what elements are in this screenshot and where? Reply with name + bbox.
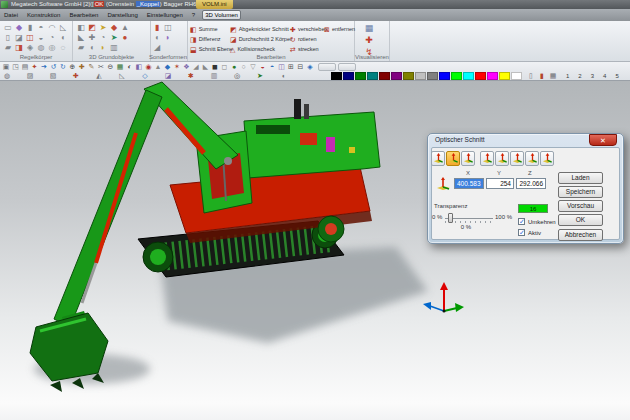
primitive-shape-icon[interactable]: ▰ xyxy=(3,43,13,52)
primitive-shape-icon[interactable]: ◪ xyxy=(14,33,24,42)
section-plane-icon[interactable] xyxy=(540,151,554,166)
toolbar-icon[interactable]: ➤ xyxy=(256,72,264,80)
toolbar-icon[interactable]: ◈ xyxy=(306,63,314,71)
palette-color-swatch[interactable] xyxy=(379,72,390,80)
palette-color-swatch[interactable] xyxy=(391,72,402,80)
file-tab[interactable]: VOLM.ini xyxy=(196,0,233,9)
toolbar-icon[interactable]: ✂ xyxy=(97,63,105,71)
palette-color-swatch[interactable] xyxy=(367,72,378,80)
axis-triad-small-icon[interactable] xyxy=(436,177,451,191)
toolbar-icon[interactable]: ◼ xyxy=(211,63,219,71)
pen-number[interactable]: 4 xyxy=(603,73,606,79)
primitive-shape-icon[interactable]: ◆ xyxy=(14,23,24,32)
primitive-shape-icon[interactable]: ◔ xyxy=(47,33,57,42)
menu-item[interactable]: Datei xyxy=(2,11,20,19)
vorschau-button[interactable]: Vorschau xyxy=(558,200,603,212)
toolbar-icon[interactable]: ▧ xyxy=(49,72,57,80)
ribbon-command[interactable]: ⊠entfernen xyxy=(324,24,355,34)
palette-color-swatch[interactable] xyxy=(403,72,414,80)
toolbar-icon[interactable]: ✚ xyxy=(72,72,80,80)
toolbar-icon[interactable]: ◖ xyxy=(279,72,287,80)
palette-color-swatch[interactable] xyxy=(439,72,450,80)
toolbar-icon[interactable]: ▣ xyxy=(2,63,10,71)
toolbar-icon[interactable]: ◒ xyxy=(259,63,267,71)
palette-color-swatch[interactable] xyxy=(415,72,426,80)
toolbar-icon[interactable]: ◣ xyxy=(202,63,210,71)
toolbar-icon[interactable]: ✦ xyxy=(31,63,39,71)
base-object-icon[interactable]: ◗ xyxy=(98,43,108,52)
toolbar-icon[interactable]: ◻ xyxy=(221,63,229,71)
primitive-shape-icon[interactable]: ◺ xyxy=(58,23,68,32)
primitive-shape-icon[interactable]: ▮ xyxy=(25,23,35,32)
toolbar-icon[interactable]: ➔ xyxy=(40,63,48,71)
umkehren-checkbox[interactable]: ✓ Umkehren xyxy=(518,218,556,225)
toolbar-icon[interactable]: ⊕ xyxy=(69,63,77,71)
palette-color-swatch[interactable] xyxy=(343,72,354,80)
x-coordinate-field[interactable]: 400.583 xyxy=(454,178,484,189)
toolbar-icon[interactable]: ● xyxy=(230,63,238,71)
palette-color-swatch[interactable] xyxy=(499,72,510,80)
toolbar-icon[interactable]: ✎ xyxy=(88,63,96,71)
transparenz-slider-handle[interactable] xyxy=(448,213,453,223)
aktiv-checkbox[interactable]: ✓ Aktiv xyxy=(518,229,541,236)
z-coordinate-field[interactable]: 292.066 xyxy=(516,178,546,189)
toolbar-icon[interactable]: ✚ xyxy=(78,63,86,71)
toolbar-icon[interactable]: ◎ xyxy=(233,72,241,80)
toolbar-icon[interactable]: ↺ xyxy=(50,63,58,71)
pen-number[interactable]: 2 xyxy=(578,73,581,79)
base-object-icon[interactable]: ◩ xyxy=(87,23,97,32)
primitive-shape-icon[interactable]: ◒ xyxy=(36,33,46,42)
palette-color-swatch[interactable] xyxy=(427,72,438,80)
section-plane-icon[interactable] xyxy=(480,151,494,166)
toolbar-icon[interactable]: ⊞ xyxy=(287,63,295,71)
section-color-badge[interactable]: 16 xyxy=(518,204,548,213)
section-plane-icon[interactable] xyxy=(525,151,539,166)
ribbon-command[interactable]: ✚verschieben xyxy=(290,24,328,34)
ribbon-command[interactable]: ⇄strecken xyxy=(290,44,328,54)
toolbar-icon[interactable]: ◉ xyxy=(145,63,153,71)
ribbon-command[interactable]: ◪Durchschnitt 2 Körper xyxy=(230,34,292,44)
laden-button[interactable]: Laden xyxy=(558,172,603,184)
toolbar-icon[interactable]: ▨ xyxy=(26,72,34,80)
toolbar-icon[interactable]: ◧ xyxy=(135,63,143,71)
pen-number[interactable]: 1 xyxy=(566,73,569,79)
base-object-icon[interactable]: ▥ xyxy=(109,43,119,52)
pen-number[interactable]: 5 xyxy=(615,73,618,79)
section-plane-icon[interactable] xyxy=(495,151,509,166)
primitive-shape-icon[interactable]: ◈ xyxy=(25,43,35,52)
pen-number[interactable]: 3 xyxy=(591,73,594,79)
toolbar-icon[interactable]: ✶ xyxy=(173,63,181,71)
viewport-3d[interactable]: Optischer Schnitt ✕ xyxy=(0,81,630,420)
special-form-icon[interactable]: ◖ xyxy=(152,33,162,42)
toolbar-icon[interactable]: ◳ xyxy=(12,63,20,71)
primitive-shape-icon[interactable]: ◖ xyxy=(58,33,68,42)
toolbar-icon[interactable]: ◪ xyxy=(164,72,172,80)
special-form-icon[interactable]: ◗ xyxy=(163,33,173,42)
palette-color-swatch[interactable] xyxy=(475,72,486,80)
palette-color-swatch[interactable] xyxy=(487,72,498,80)
toolbar-icon[interactable]: ◍ xyxy=(3,72,11,80)
primitive-shape-icon[interactable]: ◨ xyxy=(14,43,24,52)
toolbar-icon[interactable]: ⊖ xyxy=(107,63,115,71)
layer-tool-icon[interactable]: ▮ xyxy=(538,72,546,80)
section-plane-icon[interactable] xyxy=(446,151,460,166)
section-plane-icon[interactable] xyxy=(510,151,524,166)
primitive-shape-icon[interactable]: ◠ xyxy=(47,23,57,32)
menu-item[interactable]: Bearbeiten xyxy=(67,11,100,19)
toolbar-icon[interactable]: ▤ xyxy=(21,63,29,71)
layer-tool-icon[interactable]: ▦ xyxy=(549,72,557,80)
menu-item[interactable]: 3D Volumen xyxy=(202,10,241,20)
ribbon-command[interactable]: ↻rotieren xyxy=(290,34,328,44)
visualize-icon[interactable]: ✚ xyxy=(363,35,375,45)
toolbar-icon[interactable]: ▽ xyxy=(249,63,257,71)
menu-item[interactable]: Konstruktion xyxy=(25,11,62,19)
toolbar-icon[interactable]: ⊟ xyxy=(297,63,305,71)
primitive-shape-icon[interactable]: ▭ xyxy=(3,23,13,32)
primitive-shape-icon[interactable]: ▯ xyxy=(3,33,13,42)
base-object-icon[interactable]: ◆ xyxy=(109,23,119,32)
palette-color-swatch[interactable] xyxy=(511,72,522,80)
base-object-icon[interactable]: ◔ xyxy=(98,33,108,42)
excavator-model[interactable] xyxy=(0,81,630,420)
palette-color-swatch[interactable] xyxy=(463,72,474,80)
toolbar-icon[interactable]: ◓ xyxy=(268,63,276,71)
